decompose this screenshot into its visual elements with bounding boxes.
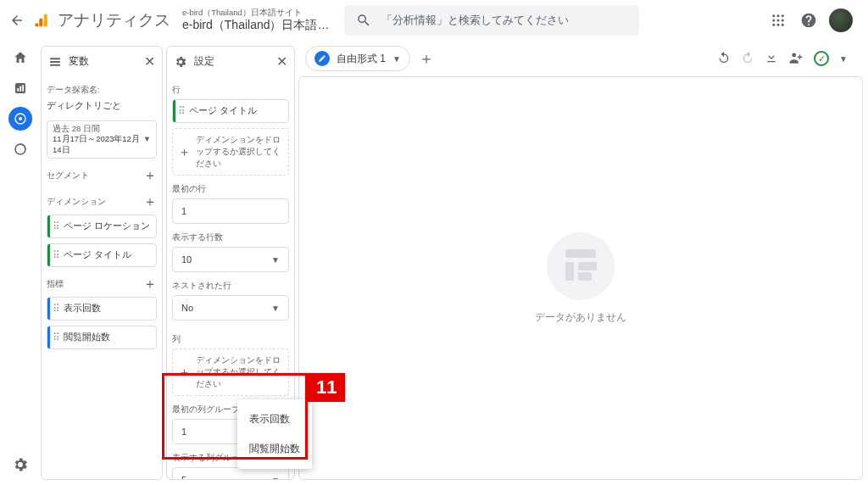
svg-point-6 bbox=[772, 20, 775, 22]
chevron-down-icon[interactable]: ▼ bbox=[839, 54, 848, 64]
svg-point-2 bbox=[35, 23, 38, 26]
chip-label: 閲覧開始数 bbox=[64, 332, 110, 343]
search-input[interactable]: 「分析情報」と検索してみてください bbox=[344, 5, 639, 36]
metric-chip[interactable]: ⠿閲覧開始数 bbox=[47, 326, 157, 349]
add-segment-button[interactable]: ＋ bbox=[143, 167, 157, 185]
svg-point-17 bbox=[19, 117, 22, 120]
date-range-value: 11月17日～2023年12月14日 bbox=[53, 134, 143, 155]
svg-rect-21 bbox=[50, 64, 60, 65]
add-dimension-button[interactable]: ＋ bbox=[143, 193, 157, 211]
settings-title: 設定 bbox=[194, 54, 270, 69]
property-parent: e-bird（Thailand）日本語サイト bbox=[182, 8, 331, 18]
variables-panel: 変数 ✕ データ探索名: ディレクトリごと 過去 28 日間 11月17日～20… bbox=[41, 46, 163, 480]
apps-icon[interactable] bbox=[768, 10, 788, 31]
svg-point-11 bbox=[782, 24, 784, 26]
chevron-down-icon: ▼ bbox=[392, 54, 401, 64]
dropzone-text: ディメンションをドロップするか選択してください bbox=[196, 354, 283, 390]
show-rows-select[interactable]: 10▼ bbox=[172, 247, 289, 272]
canvas-area: 自由形式 1 ▼ ＋ ✓ ▼ bbox=[298, 46, 863, 480]
ga-logo bbox=[34, 12, 51, 29]
nav-rail bbox=[0, 41, 41, 485]
chip-label: ページ タイトル bbox=[189, 105, 257, 117]
show-rows-label: 表示する行数 bbox=[172, 232, 289, 243]
dropdown-option[interactable]: 表示回数 bbox=[237, 404, 312, 434]
chevron-down-icon: ▼ bbox=[271, 304, 280, 313]
columns-dropzone[interactable]: ＋ディメンションをドロップするか選択してください bbox=[172, 348, 289, 396]
dimension-chip[interactable]: ⠿ページ ロケーション bbox=[47, 215, 157, 238]
property-name: e-bird（Thailand）日本語サ... bbox=[182, 18, 331, 33]
dimensions-label: ディメンション bbox=[47, 197, 106, 208]
rail-explore-icon[interactable] bbox=[8, 107, 32, 131]
svg-point-10 bbox=[777, 24, 780, 26]
svg-point-7 bbox=[777, 20, 780, 22]
svg-rect-19 bbox=[50, 58, 60, 59]
add-metric-button[interactable]: ＋ bbox=[143, 276, 157, 293]
variables-title: 変数 bbox=[69, 54, 137, 69]
svg-rect-15 bbox=[22, 85, 24, 92]
rail-admin-icon[interactable] bbox=[8, 453, 32, 477]
exploration-name-value[interactable]: ディレクトリごと bbox=[47, 99, 157, 112]
rows-chip[interactable]: ⠿ページ タイトル bbox=[172, 99, 289, 123]
svg-rect-20 bbox=[50, 61, 60, 63]
help-icon[interactable] bbox=[798, 10, 819, 31]
chevron-down-icon: ▼ bbox=[143, 135, 151, 145]
dropzone-text: ディメンションをドロップするか選択してください bbox=[196, 134, 283, 170]
svg-point-4 bbox=[777, 14, 780, 17]
rail-reports-icon[interactable] bbox=[8, 76, 32, 100]
svg-point-9 bbox=[772, 24, 775, 26]
close-icon[interactable]: ✕ bbox=[144, 53, 155, 70]
metric-chip[interactable]: ⠿表示回数 bbox=[47, 297, 157, 321]
exploration-name-label: データ探索名: bbox=[47, 85, 157, 96]
avatar[interactable] bbox=[829, 8, 853, 32]
nested-rows-label: ネストされた行 bbox=[172, 281, 289, 292]
rows-dropzone[interactable]: ＋ディメンションをドロップするか選択してください bbox=[172, 128, 289, 176]
rail-home-icon[interactable] bbox=[8, 46, 32, 70]
status-ok-icon[interactable]: ✓ bbox=[814, 51, 829, 66]
segments-label: セグメント bbox=[47, 170, 89, 181]
redo-icon[interactable] bbox=[741, 51, 754, 67]
chip-label: ページ タイトル bbox=[64, 249, 131, 261]
dimension-chip[interactable]: ⠿ページ タイトル bbox=[47, 243, 157, 267]
back-button[interactable] bbox=[7, 10, 27, 31]
property-selector[interactable]: e-bird（Thailand）日本語サイト e-bird（Thailand）日… bbox=[182, 8, 331, 32]
rows-section-label: 行 bbox=[172, 85, 289, 96]
tab-freeform-1[interactable]: 自由形式 1 ▼ bbox=[305, 46, 410, 71]
date-range-picker[interactable]: 過去 28 日間 11月17日～2023年12月14日 ▼ bbox=[47, 120, 157, 159]
show-col-groups-select[interactable]: 5▼ bbox=[172, 467, 289, 479]
close-icon[interactable]: ✕ bbox=[276, 53, 287, 70]
download-icon[interactable] bbox=[765, 51, 778, 67]
pencil-icon bbox=[314, 51, 330, 66]
empty-state-icon bbox=[547, 232, 615, 300]
app-title: アナリティクス bbox=[58, 9, 170, 31]
variables-icon bbox=[48, 55, 62, 69]
drag-icon: ⠿ bbox=[53, 249, 58, 261]
svg-point-3 bbox=[772, 14, 775, 17]
drag-icon: ⠿ bbox=[178, 105, 184, 117]
start-row-input[interactable]: 1 bbox=[172, 198, 289, 224]
empty-state-text: データがありません bbox=[535, 310, 626, 325]
drag-icon: ⠿ bbox=[53, 303, 58, 315]
chevron-down-icon: ▼ bbox=[271, 255, 280, 265]
metrics-label: 指標 bbox=[47, 279, 64, 290]
chip-label: 表示回数 bbox=[64, 303, 101, 315]
svg-point-8 bbox=[782, 20, 784, 22]
add-tab-button[interactable]: ＋ bbox=[414, 46, 439, 71]
svg-rect-13 bbox=[17, 88, 19, 92]
svg-point-5 bbox=[782, 14, 784, 17]
dropdown-option[interactable]: 閲覧開始数 bbox=[237, 434, 312, 464]
chevron-down-icon: ▼ bbox=[271, 476, 280, 480]
share-icon[interactable] bbox=[788, 50, 804, 68]
date-range-label: 過去 28 日間 bbox=[53, 124, 143, 134]
rail-advertising-icon[interactable] bbox=[8, 137, 32, 161]
svg-rect-14 bbox=[19, 86, 21, 92]
drag-icon: ⠿ bbox=[53, 220, 58, 232]
drag-icon: ⠿ bbox=[53, 332, 58, 343]
nested-rows-select[interactable]: No▼ bbox=[172, 295, 289, 321]
chip-label: ページ ロケーション bbox=[64, 220, 150, 232]
metric-dropdown: 表示回数 閲覧開始数 bbox=[237, 399, 312, 469]
columns-section-label: 列 bbox=[172, 334, 289, 345]
canvas: データがありません bbox=[298, 76, 863, 480]
search-icon bbox=[356, 13, 371, 28]
undo-icon[interactable] bbox=[717, 51, 731, 67]
select-value: 10 bbox=[181, 254, 192, 265]
